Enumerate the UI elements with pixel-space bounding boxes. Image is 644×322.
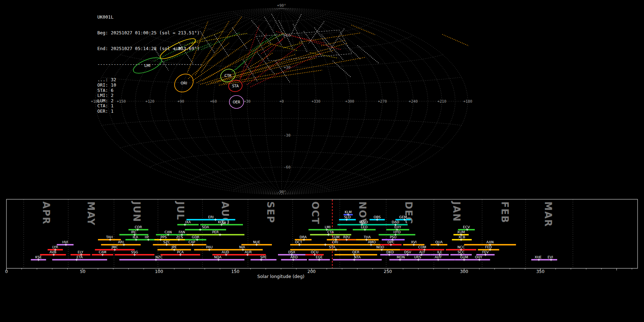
shower-label-ORI: ORI bbox=[332, 240, 338, 244]
shower-label-LUM: LUM bbox=[332, 235, 340, 239]
meteor-observation-screen: LUMLMIORICTASTAOER+90°-90°+60+30-30-60+1… bbox=[0, 0, 644, 322]
month-label-JUL: JUL bbox=[175, 201, 186, 220]
shower-label-QUA: QUA bbox=[435, 240, 443, 244]
month-label-MAY: MAY bbox=[86, 201, 96, 226]
shower-label-AMO: AMO bbox=[368, 240, 376, 244]
shower-label-AND: AND bbox=[360, 220, 368, 224]
shower-label-TAH: TAH bbox=[106, 235, 113, 239]
month-label-DEC: DEC bbox=[403, 201, 414, 224]
shower-label-COM: COM bbox=[418, 245, 426, 249]
shower-bar-NOO bbox=[360, 249, 400, 250]
meteor-trail bbox=[268, 43, 297, 50]
axis-tick-label: 250 bbox=[384, 269, 392, 274]
map-lon-label: +270 bbox=[378, 99, 387, 103]
shower-label-COR: COR bbox=[135, 225, 142, 229]
shower-label-AUD: AUD bbox=[221, 250, 229, 254]
graticule-meridian bbox=[282, 8, 455, 194]
shower-label-URS: URS bbox=[414, 255, 421, 259]
shower-bar-NZC bbox=[119, 259, 199, 260]
shower-label-OHY: OHY bbox=[475, 255, 482, 259]
shower-label-EVI: EVI bbox=[547, 255, 553, 259]
month-label-FEB: FEB bbox=[499, 201, 510, 223]
month-label-MAR: MAR bbox=[543, 201, 553, 227]
shower-label-CTA: CTA bbox=[327, 230, 334, 234]
shower-label-EHY: EHY bbox=[394, 225, 401, 229]
shower-bar-ETA bbox=[52, 259, 107, 260]
shower-label-JPE: JPE bbox=[171, 245, 177, 249]
shower-label-SSG: SSG bbox=[131, 250, 138, 254]
month-label-APR: APR bbox=[41, 201, 52, 225]
axis-tick-label: 50 bbox=[80, 269, 86, 274]
shower-label-GEM: GEM bbox=[399, 215, 407, 219]
shower-label-LYR: LYR bbox=[52, 245, 58, 249]
meteor-trail bbox=[299, 33, 361, 42]
shower-label-NTA: NTA bbox=[354, 255, 361, 259]
shower-count-row: LUM: 2 bbox=[97, 98, 203, 104]
shower-label-THA: THA bbox=[364, 235, 371, 239]
graticule-parallel bbox=[233, 11, 330, 21]
shower-label-NDA: NDA bbox=[214, 255, 221, 259]
shower-label-KLM: KLM bbox=[345, 210, 352, 214]
shower-label-ARI: ARI bbox=[118, 240, 124, 244]
shower-label-OCT: OCT bbox=[295, 240, 302, 244]
shower-label-SCC: SCC bbox=[458, 250, 465, 254]
shower-bar-HYD bbox=[379, 234, 415, 235]
shower-label-KSE: KSE bbox=[35, 255, 42, 259]
radiant-label-OER: OER bbox=[233, 100, 240, 104]
shower-label-JMC: JMC bbox=[111, 245, 118, 249]
shower-bar-IIP bbox=[138, 239, 156, 240]
meteor-trail bbox=[442, 34, 469, 46]
shower-label-SZC: SZC bbox=[163, 240, 170, 244]
shower-label-PAU: PAU bbox=[206, 245, 213, 249]
map-lon-label: +330 bbox=[311, 99, 320, 103]
shower-label-ALY: ALY bbox=[419, 250, 425, 254]
axis-tick-label: 100 bbox=[155, 269, 163, 274]
shower-label-XHE: XHE bbox=[535, 255, 542, 259]
shower-label-FED: FED bbox=[485, 245, 492, 249]
axis-tick-label: 350 bbox=[536, 269, 545, 274]
shower-label-IEA: IEA bbox=[133, 235, 138, 239]
shower-label-CAP: CAP bbox=[189, 240, 195, 244]
shower-label-CAN: CAN bbox=[165, 230, 172, 234]
shower-label-GDR: GDR bbox=[192, 235, 200, 239]
meteor-trail bbox=[291, 14, 301, 36]
shower-label-NZC: NZC bbox=[155, 255, 163, 259]
map-lon-label: +180 bbox=[463, 99, 472, 103]
shower-label-SPE: SPE bbox=[260, 255, 267, 259]
shower-label-ETA: ETA bbox=[77, 255, 83, 259]
shower-count-row: ...: 32 bbox=[97, 77, 203, 83]
shower-label-OCU: OCU bbox=[311, 250, 318, 254]
shower-label-ELY: ELY bbox=[78, 250, 83, 254]
shower-label-XUM: XUM bbox=[457, 230, 465, 234]
month-label-OCT: OCT bbox=[310, 201, 321, 225]
shower-label-DSX: DSX bbox=[288, 250, 295, 254]
shower-bar-ARI bbox=[101, 244, 141, 245]
shower-label-IXA: IXA bbox=[185, 220, 191, 224]
meteor-trail bbox=[293, 24, 307, 53]
shower-label-HYD: HYD bbox=[393, 230, 400, 234]
shower-label-XCB: XCB bbox=[458, 235, 465, 239]
map-lat-label: -30 bbox=[284, 133, 291, 137]
map-pole-label-top: +90° bbox=[277, 3, 286, 8]
meteor-trail bbox=[232, 28, 247, 49]
meteor-trail bbox=[272, 14, 285, 38]
shower-label-NOO: NOO bbox=[376, 245, 384, 249]
shower-label-IIP: IIP bbox=[145, 235, 149, 239]
meteor-trail bbox=[330, 29, 344, 50]
map-lon-label: +30 bbox=[244, 99, 250, 103]
shower-label-DKD: DKD bbox=[386, 250, 394, 254]
graticule-meridian bbox=[282, 8, 428, 194]
observation-end: End: 20251027 05:14:28 (sol = 213.69°) bbox=[97, 46, 203, 52]
shower-label-NUE: NUE bbox=[253, 240, 260, 244]
shower-label-KCG: KCG bbox=[218, 220, 225, 224]
camera-fov-outline bbox=[256, 30, 352, 61]
graticule-parallel bbox=[150, 152, 413, 167]
meteor-trail bbox=[283, 43, 303, 48]
month-label-JUN: JUN bbox=[131, 201, 142, 223]
shower-label-HVI: HVI bbox=[62, 240, 68, 244]
shower-count-row: CTA: 1 bbox=[97, 103, 203, 109]
shower-label-FAN: FAN bbox=[179, 230, 185, 234]
sky-map-and-timeline-plot: LUMLMIORICTASTAOER+90°-90°+60+30-30-60+1… bbox=[0, 0, 644, 322]
shower-label-EGE: EGE bbox=[316, 255, 322, 259]
axis-tick-label: 200 bbox=[307, 269, 316, 274]
